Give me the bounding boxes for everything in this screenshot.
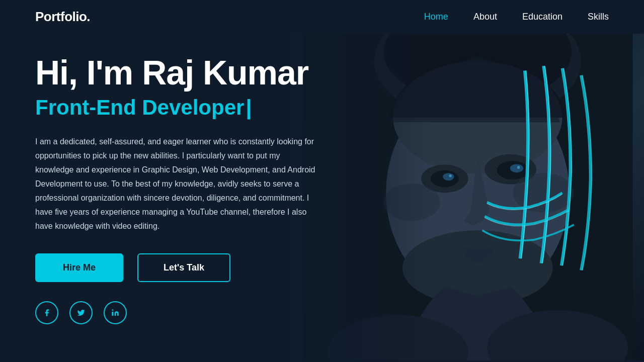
nav-item-education[interactable]: Education [522, 12, 562, 22]
left-content: Hi, I'm Raj Kumar Front-End Developer I … [0, 34, 354, 344]
svg-point-15 [517, 166, 520, 169]
nav-links: Home About Education Skills [424, 12, 609, 22]
svg-point-14 [449, 174, 452, 177]
nav-item-about[interactable]: About [473, 12, 497, 22]
twitter-icon[interactable] [69, 301, 93, 324]
navbar: Portfolio. Home About Education Skills [0, 0, 644, 34]
nav-link-about[interactable]: About [473, 12, 497, 22]
svg-point-0 [112, 309, 113, 311]
social-icons [35, 301, 319, 324]
greeting-heading: Hi, I'm Raj Kumar [35, 54, 319, 92]
main-container: Hi, I'm Raj Kumar Front-End Developer I … [0, 34, 644, 360]
nav-link-education[interactable]: Education [522, 12, 562, 22]
linkedin-icon[interactable] [104, 301, 127, 324]
hero-description: I am a dedicated, self-assured, and eage… [35, 135, 319, 233]
nav-link-home[interactable]: Home [424, 12, 448, 22]
lets-talk-button[interactable]: Let's Talk [137, 253, 230, 282]
nav-item-skills[interactable]: Skills [588, 12, 609, 22]
hire-me-button[interactable]: Hire Me [35, 253, 123, 282]
svg-point-13 [510, 164, 523, 172]
logo[interactable]: Portfolio. [35, 9, 90, 25]
nav-link-skills[interactable]: Skills [588, 12, 609, 22]
hero-buttons: Hire Me Let's Talk [35, 253, 319, 282]
nav-item-home[interactable]: Home [424, 12, 448, 22]
svg-point-12 [443, 173, 454, 180]
facebook-icon[interactable] [35, 301, 58, 324]
svg-point-17 [513, 173, 574, 212]
role-heading: Front-End Developer [35, 96, 319, 120]
